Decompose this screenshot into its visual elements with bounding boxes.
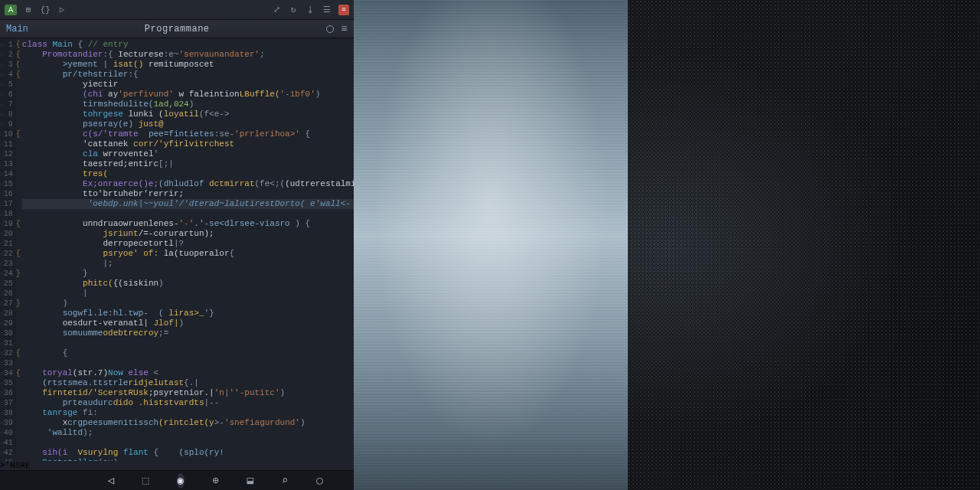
line-number: 30 bbox=[4, 328, 13, 338]
line-number: 26 bbox=[4, 289, 13, 299]
apps-icon[interactable]: ⬓ bbox=[247, 474, 253, 488]
code-line[interactable] bbox=[22, 209, 354, 219]
brushed-metal-panel bbox=[354, 0, 628, 490]
code-line[interactable]: pr/tehstriler:{ bbox=[22, 70, 354, 80]
code-line[interactable]: Promotandier:{ Iecturese:e~'senvaunandat… bbox=[22, 50, 354, 60]
line-number: 27 bbox=[4, 299, 13, 309]
code-line[interactable]: xcrgpeesumenitissch(rintclet(y>-'snefiag… bbox=[22, 418, 354, 428]
code-line[interactable]: unndruaowruenlenes-'-'.'-se<dlrsee-viasr… bbox=[22, 219, 354, 229]
line-number: 2 bbox=[4, 50, 13, 60]
file-tab-label[interactable]: Main bbox=[6, 24, 28, 34]
line-number: 28 bbox=[4, 309, 13, 318]
home-icon[interactable]: ◉ bbox=[177, 473, 185, 488]
back-icon[interactable]: ◁ bbox=[107, 474, 114, 488]
line-number: 22 bbox=[4, 249, 13, 259]
line-number: 19 bbox=[4, 219, 13, 229]
code-line[interactable]: c(s/'tramte pee=fintietes:se-'prrlerihoa… bbox=[22, 129, 354, 139]
code-line[interactable]: yiectir bbox=[22, 80, 354, 90]
editor-title: Programmane bbox=[28, 24, 326, 34]
line-number: 9 bbox=[4, 119, 13, 129]
circle-icon[interactable]: ◯ bbox=[316, 474, 323, 488]
code-line[interactable]: toryal(str.7)Now else < bbox=[22, 368, 354, 378]
find-icon[interactable]: ⌕ bbox=[281, 474, 288, 488]
document-icon[interactable]: ≡ bbox=[338, 5, 349, 15]
code-line[interactable]: 'cattanek corr/'yfirlvitrchest bbox=[22, 139, 354, 149]
line-number-gutter[interactable]: 1234567891011121314151617181920212223242… bbox=[4, 38, 16, 461]
search-icon[interactable]: ⬚ bbox=[142, 474, 149, 488]
line-number: 43 bbox=[4, 458, 13, 461]
code-line[interactable]: tres( bbox=[22, 169, 354, 179]
braces-icon[interactable]: {} bbox=[40, 5, 51, 15]
code-line[interactable]: sih(i Vsurylng flant { (splo(ry! bbox=[22, 448, 354, 458]
code-line[interactable] bbox=[22, 358, 354, 368]
project-badge-icon[interactable]: A bbox=[5, 5, 17, 15]
download-icon[interactable]: ⭳ bbox=[305, 5, 315, 15]
code-line[interactable]: tto'brtuhebr'rerrir; bbox=[22, 189, 354, 199]
save-icon[interactable]: ☰ bbox=[322, 5, 332, 15]
editor-menu-icon[interactable]: ≡ bbox=[341, 23, 348, 35]
top-toolbar: A ⊞ {} ▷ ⤢ ↻ ⭳ ☰ ≡ bbox=[0, 0, 354, 20]
line-number: 11 bbox=[4, 139, 13, 149]
code-line[interactable]: firntetid/'ScerstRUsk;psyretnior.|'n|''-… bbox=[22, 388, 354, 398]
code-line[interactable] bbox=[22, 338, 354, 348]
code-line[interactable]: 'oebdp.unk|~~youl'/'dterad~lalutirestDor… bbox=[22, 199, 354, 209]
reload-icon[interactable]: ↻ bbox=[288, 5, 299, 15]
run-icon[interactable]: ▷ bbox=[57, 5, 67, 15]
hover-label: >'NSRE bbox=[0, 461, 354, 470]
code-line[interactable]: ) bbox=[22, 299, 354, 309]
carbon-mesh-panel bbox=[628, 0, 980, 490]
add-icon[interactable]: ⊕ bbox=[212, 474, 219, 488]
code-line[interactable]: |; bbox=[22, 259, 354, 269]
code-line[interactable]: sogwfl.le:hl.twp- ( liras>_'} bbox=[22, 309, 354, 318]
line-number: 35 bbox=[4, 378, 13, 388]
code-line[interactable]: oesdurt-veranatl| Jlof|) bbox=[22, 318, 354, 328]
expand-icon[interactable]: ⤢ bbox=[271, 5, 282, 15]
line-number: 8 bbox=[4, 109, 13, 119]
code-line[interactable]: >yement | isat() remitumposcet bbox=[22, 60, 354, 70]
line-number: 10 bbox=[4, 129, 13, 139]
line-number: 18 bbox=[4, 209, 13, 219]
line-number: 38 bbox=[4, 408, 13, 418]
bottom-toolbar: ◁⬚◉⊕⬓⌕◯ bbox=[0, 470, 354, 490]
code-line[interactable]: } bbox=[22, 269, 354, 279]
line-number: 39 bbox=[4, 418, 13, 428]
code-area[interactable]: ○○○○○○○○○○○○○○○○○○○○○○○○○○○○○○○○○○○○○○○○… bbox=[0, 38, 354, 461]
line-number: 1 bbox=[4, 40, 13, 50]
code-line[interactable]: { bbox=[22, 348, 354, 358]
line-number: 21 bbox=[4, 239, 13, 249]
code-line[interactable]: phitc({(siskinn) bbox=[22, 279, 354, 289]
code-line[interactable]: | bbox=[22, 289, 354, 299]
code-line[interactable]: cla wrroventel' bbox=[22, 149, 354, 159]
line-number: 12 bbox=[4, 149, 13, 159]
code-line[interactable]: (rtstsmea.ttstrleridjelutast{.| bbox=[22, 378, 354, 388]
line-number: 16 bbox=[4, 189, 13, 199]
line-number: 31 bbox=[4, 338, 13, 348]
line-number: 23 bbox=[4, 259, 13, 269]
line-number: 6 bbox=[4, 90, 13, 100]
layout-icon[interactable]: ⊞ bbox=[23, 5, 34, 15]
line-number: 14 bbox=[4, 169, 13, 179]
code-text[interactable]: class Main { // entry Promotandier:{ Iec… bbox=[21, 38, 354, 461]
line-number: 15 bbox=[4, 179, 13, 189]
code-line[interactable]: tirmshedulite(1ad,024) bbox=[22, 100, 354, 109]
code-line[interactable]: jsriunt/=-corurartun); bbox=[22, 229, 354, 239]
code-line[interactable]: derropecetortl|? bbox=[22, 239, 354, 249]
code-line[interactable]: tanrsge fi: bbox=[22, 408, 354, 418]
code-line[interactable]: psryoe' of: la(tuoperalor{ bbox=[22, 249, 354, 259]
line-number: 41 bbox=[4, 438, 13, 448]
code-line[interactable]: somuummeodebtrecroy;= bbox=[22, 328, 354, 338]
code-line[interactable] bbox=[22, 438, 354, 448]
code-line[interactable]: psesray(e) just@ bbox=[22, 119, 354, 129]
editor-subheader: Main Programmane ≡ bbox=[0, 20, 354, 38]
record-toggle-icon[interactable] bbox=[326, 25, 334, 33]
code-line[interactable]: 'walltd); bbox=[22, 428, 354, 438]
code-line[interactable]: class Main { // entry bbox=[22, 40, 354, 50]
line-number: 17 bbox=[4, 199, 13, 209]
code-line[interactable]: Pectstellor(au) bbox=[22, 458, 354, 461]
code-line[interactable]: taestred;entirc[;| bbox=[22, 159, 354, 169]
code-line[interactable]: prteaudurcdido .histstvardts|-- bbox=[22, 398, 354, 408]
code-line[interactable]: (chi ay'perfivund' w faleintionLBuffle('… bbox=[22, 90, 354, 100]
code-line[interactable]: tohrgese lunki (loyatil(f<e-> bbox=[22, 109, 354, 119]
code-line[interactable]: Ex;onraerce()e;(dhludlof dctmirrat(fe<;(… bbox=[22, 179, 354, 189]
line-number: 13 bbox=[4, 159, 13, 169]
